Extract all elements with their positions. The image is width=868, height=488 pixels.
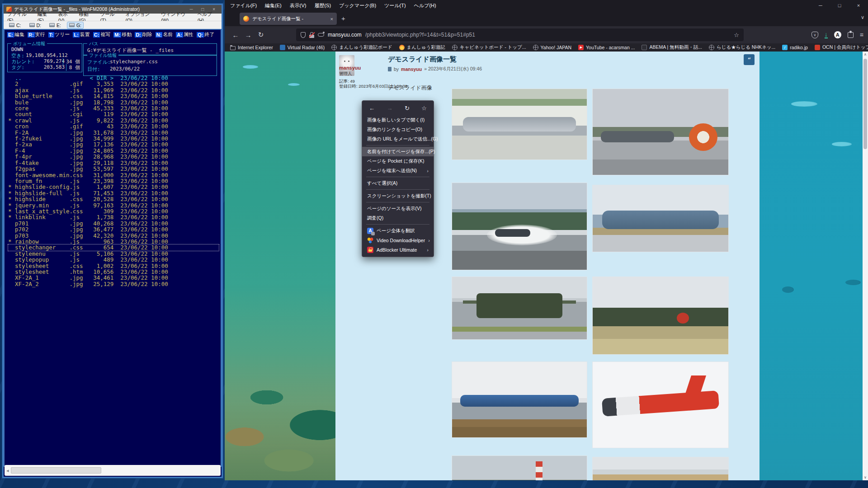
forum-image-xf2-prototype-red-white[interactable] (592, 361, 729, 448)
file-row[interactable]: F-4 .jpg 24,805 23/06/22 10:00 (8, 148, 219, 154)
file-row[interactable]: * jquery.min .js 97,163 23/06/22 10:00 (8, 202, 219, 208)
fn-T[interactable]: T:ツリー (48, 31, 70, 38)
file-row[interactable]: * linkblink .js 1,738 23/06/22 10:00 (8, 214, 219, 220)
forum-image-jet-spray-castle-hill[interactable] (452, 183, 587, 270)
context-menu-item[interactable]: AdBlocker Ultimate› (362, 245, 434, 254)
tab-close-icon[interactable]: × (330, 16, 333, 22)
drive-tab-G[interactable]: G: (67, 22, 83, 28)
scrollbar-thumb[interactable] (863, 59, 867, 149)
bookmark-item[interactable]: ABEMA | 無料動画・話... (642, 44, 702, 51)
forum-image-c130-green-front[interactable] (452, 277, 587, 340)
bookmark-item[interactable]: Yahoo! JAPAN (533, 45, 571, 50)
close-button[interactable]: × (849, 0, 868, 11)
forum-image-c130-green-side-hinomaru[interactable] (592, 277, 729, 355)
downloads-icon[interactable]: ↓ (825, 32, 828, 38)
file-row[interactable]: stylesheet .css 1,002 23/06/22 10:00 (8, 263, 219, 269)
extensions-puzzle-icon[interactable] (848, 32, 854, 38)
file-row[interactable]: stylemenu .js 5,106 23/06/22 10:00 (8, 251, 219, 257)
active-tab[interactable]: デモスライド画像一覧 - × (240, 13, 337, 25)
file-row[interactable]: stylepopup .js 489 23/06/22 10:00 (8, 257, 219, 263)
browser-menu-item[interactable]: 編集(E) (265, 2, 282, 9)
file-row[interactable]: * last_x_att_style.css 309 23/06/22 10:0… (8, 208, 219, 214)
forum-image-airfield-tower-partial[interactable] (452, 455, 587, 480)
bookmark-item[interactable]: rradiko.jp (782, 45, 808, 50)
forum-image-f4ej-phantom-drag-chute[interactable] (592, 89, 729, 175)
context-menu-item[interactable]: 調査(Q) (362, 213, 434, 223)
file-row[interactable]: f-2fukei .jpg 34,999 23/06/22 10:00 (8, 136, 219, 141)
adblocker-badge-icon[interactable]: A (834, 31, 841, 38)
browser-menu-item[interactable]: ヘルプ(H) (414, 2, 436, 9)
page-scrollbar[interactable]: ∧ ∨ (863, 52, 868, 480)
file-row[interactable]: p702 .jpg 36,477 23/06/22 10:00 (8, 226, 219, 232)
fn-Q[interactable]: Q:終了 (197, 31, 214, 38)
file-row[interactable]: * crawl .js 9,822 23/06/22 10:00 (8, 117, 219, 123)
file-row[interactable]: F-2A .jpg 31,678 23/06/22 10:00 (8, 130, 219, 136)
bookmark-item[interactable]: Virtual Radar (46) (280, 45, 325, 50)
file-row[interactable]: f2gpas .jpg 53,597 23/06/22 10:00 (8, 166, 219, 172)
reload-button[interactable]: ↻ (255, 31, 267, 39)
url-bar[interactable]: mansyuu.com /phpbb3/viewtopic.php?f=14&t… (296, 28, 744, 41)
ctx-forward-icon[interactable]: → (387, 105, 392, 112)
drive-tab-D[interactable]: D: (28, 22, 43, 28)
ctx-bookmark-icon[interactable]: ☆ (421, 105, 427, 112)
context-menu-item[interactable]: 名前を付けてページを保存...(P) (362, 147, 434, 156)
file-row[interactable]: * rainbow .js 963 23/06/22 10:00 (8, 239, 219, 244)
file-row[interactable]: core .js 45,333 23/06/22 10:00 (8, 105, 219, 111)
insecure-lock-icon[interactable] (309, 32, 314, 38)
scroll-up-icon[interactable]: ∧ (863, 52, 868, 56)
fn-E[interactable]: E:編集 (7, 31, 24, 38)
context-menu-item[interactable]: ページを Pocket に保存(K) (362, 156, 434, 166)
forum-image-f2-502-taxi[interactable] (452, 361, 587, 438)
file-row[interactable]: XF-2A_2 .jpg 25,129 23/06/22 10:00 (8, 281, 219, 287)
file-row[interactable]: stylechanger .css 654 23/06/22 10:00 (8, 244, 219, 250)
permissions-icon[interactable] (318, 33, 324, 37)
list-all-tabs-icon[interactable]: ∨ (861, 14, 864, 20)
ctx-reload-icon[interactable]: ↻ (405, 105, 410, 112)
browser-menu-item[interactable]: ツール(T) (384, 2, 406, 9)
context-menu-item[interactable]: Video DownloadHelper› (362, 235, 434, 245)
browser-menu-item[interactable]: ファイル(F) (230, 2, 257, 9)
context-menu-item[interactable]: 画像の URL をメールで送信...(G) (362, 134, 434, 144)
browser-menu-item[interactable]: 履歴(S) (314, 2, 331, 9)
file-row[interactable]: count .cgi 119 23/06/22 10:00 (8, 111, 219, 117)
file-row[interactable]: f-4take .jpg 29,118 23/06/22 10:00 (8, 160, 219, 166)
maximize-button[interactable]: □ (830, 0, 849, 11)
drive-tab-E[interactable]: E: (47, 22, 63, 28)
context-menu-item[interactable]: すべて選択(A) (362, 178, 434, 188)
app-menu-icon[interactable]: ≡ (860, 31, 863, 38)
fn-L[interactable]: L:装置 (73, 31, 90, 38)
bookmark-item[interactable]: ▶YouTube - acarsman ... (578, 45, 635, 50)
ctx-back-icon[interactable]: ← (369, 105, 375, 112)
browser-menu-item[interactable]: ブックマーク(B) (339, 2, 376, 9)
context-menu-item[interactable]: 画像を新しいタブで開く(I) (362, 115, 434, 125)
fn-D[interactable]: D:削除 (135, 31, 152, 38)
file-row[interactable]: f-2xa .jpg 17,136 23/06/22 10:00 (8, 141, 219, 147)
context-menu-item[interactable]: ページを端末へ送信(N)› (362, 166, 434, 175)
forum-image-c130-blue-taxi[interactable] (592, 185, 729, 252)
scrollbar-thumb[interactable] (11, 467, 101, 474)
fn-R[interactable]: R:実行 (28, 31, 45, 38)
file-row[interactable]: blue_turtle .css 14,815 23/06/22 10:00 (8, 93, 219, 99)
bookmark-item[interactable]: まんしゅう彩遊記 (399, 44, 445, 51)
forum-image-f4ej-phantom-hangar[interactable] (452, 89, 587, 160)
bookmark-item[interactable]: OCN | 会員向けトップペ... (815, 44, 868, 51)
winfm-horizontal-scrollbar[interactable]: ◂ (5, 465, 221, 476)
file-row[interactable]: * highslide-config.js 1,607 23/06/22 10:… (8, 184, 219, 190)
browser-menu-item[interactable]: 表示(V) (290, 2, 307, 9)
file-row[interactable]: font-awesome.min.css 31,000 23/06/22 10:… (8, 172, 219, 178)
context-menu-item[interactable]: スクリーンショットを撮影(T) (362, 191, 434, 201)
file-row[interactable]: .. < DIR > 23/06/22 10:00 (8, 75, 219, 81)
bookmark-item[interactable]: キャビネットボード - トップ... (452, 44, 526, 51)
file-row[interactable]: * highslide-full .js 71,453 23/06/22 10:… (8, 190, 219, 196)
bookmark-item[interactable]: まんしゅう彩遊記ボード (331, 44, 392, 51)
file-row[interactable]: p701 .jpg 40,268 23/06/22 10:00 (8, 221, 219, 226)
context-menu-item[interactable]: 画像のリンクをコピー(O) (362, 125, 434, 134)
scroll-left-icon[interactable]: ◂ (6, 468, 9, 474)
fn-N[interactable]: N:名前 (156, 31, 173, 38)
file-row[interactable]: 2 .gif 3,353 23/06/22 10:00 (8, 81, 219, 87)
context-menu-item[interactable]: ページのソースを表示(V) (362, 204, 434, 213)
fn-C[interactable]: C:複写 (93, 31, 111, 38)
fn-M[interactable]: M:移動 (113, 31, 132, 38)
forward-button[interactable]: → (242, 31, 255, 39)
fn-A[interactable]: A:属性 (176, 31, 193, 38)
